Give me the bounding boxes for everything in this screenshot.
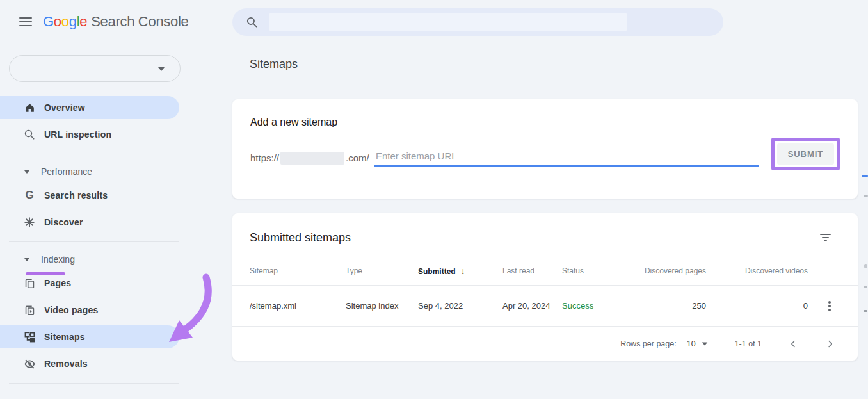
collapse-caret-icon (24, 258, 29, 261)
app-logo: Google Search Console (43, 13, 189, 30)
pagination-range: 1-1 of 1 (735, 339, 762, 348)
app-title: Search Console (91, 13, 188, 30)
page-header: Sitemaps (218, 44, 868, 85)
url-scheme-label: https:// (250, 152, 279, 163)
previous-page-icon[interactable] (787, 338, 799, 350)
chevron-down-icon (158, 67, 165, 71)
property-selector-dropdown[interactable] (9, 55, 181, 82)
asterisk-icon (23, 216, 36, 229)
submitted-sitemaps-card: Submitted sitemaps Sitemap Type Submitte… (232, 213, 858, 361)
sidebar-divider (9, 241, 179, 242)
table-row[interactable]: /sitemap.xml Sitemap index Sep 4, 2022 A… (232, 286, 858, 327)
column-header-last-read[interactable]: Last read (502, 266, 562, 275)
chevron-down-icon (702, 342, 707, 345)
screen-edge-artifact (862, 175, 868, 177)
screen-edge-artifact (864, 264, 867, 268)
cell-sitemap: /sitemap.xml (250, 301, 346, 311)
sidebar-divider (9, 383, 179, 384)
google-logo-letters: Google (43, 13, 87, 30)
eye-off-icon (23, 357, 36, 370)
pages-icon (23, 277, 36, 289)
rows-per-page-label: Rows per page: (620, 339, 677, 348)
sort-descending-icon: ↓ (461, 266, 465, 276)
url-domain-suffix-label: .com/ (346, 152, 372, 163)
column-header-submitted[interactable]: Submitted↓ (418, 266, 502, 276)
cell-submitted: Sep 4, 2022 (418, 301, 502, 311)
cell-discovered-videos: 0 (706, 301, 808, 311)
add-sitemap-title: Add a new sitemap (250, 117, 840, 128)
sidebar-item-search-results[interactable]: G Search results (0, 184, 179, 207)
sidebar-section-performance[interactable]: Performance (0, 162, 218, 181)
video-pages-icon (23, 304, 36, 316)
sidebar-item-url-inspection[interactable]: URL inspection (0, 123, 179, 146)
home-icon (23, 101, 36, 114)
hamburger-menu-icon[interactable] (19, 15, 32, 29)
sidebar-item-discover[interactable]: Discover (0, 211, 179, 234)
sitemap-tree-icon (23, 330, 36, 343)
submit-button[interactable]: SUBMIT (777, 143, 834, 165)
collapse-caret-icon (24, 170, 29, 174)
search-icon (246, 16, 258, 28)
submitted-sitemaps-title: Submitted sitemaps (250, 231, 351, 245)
annotation-box-submit: SUBMIT (771, 138, 840, 170)
sidebar-section-indexing[interactable]: Indexing (0, 250, 218, 269)
screen-edge-artifact (864, 286, 867, 288)
sitemap-url-field-wrap (374, 149, 759, 167)
screen-edge-artifact (864, 310, 867, 312)
table-header-row: Sitemap Type Submitted↓ Last read Status… (232, 256, 858, 286)
column-header-discovered-pages[interactable]: Discovered pages (629, 266, 706, 275)
add-sitemap-card: Add a new sitemap https:// .com/ SUBMIT (232, 99, 858, 199)
filter-icon[interactable] (817, 229, 833, 246)
sidebar-item-sitemaps[interactable]: Sitemaps (0, 325, 179, 348)
screen-edge-artifact (864, 195, 868, 197)
annotation-underline-indexing (26, 272, 65, 275)
cell-discovered-pages: 250 (629, 301, 706, 311)
topbar: Google Search Console (0, 0, 868, 44)
sidebar-item-overview[interactable]: Overview (0, 96, 179, 119)
cell-type: Sitemap index (346, 301, 418, 311)
next-page-icon[interactable] (824, 338, 836, 350)
table-pagination: Rows per page: 10 1-1 of 1 (232, 327, 858, 361)
column-header-status[interactable]: Status (562, 266, 629, 275)
main-content: Sitemaps Add a new sitemap https:// .com… (218, 44, 868, 399)
sidebar-nav: Overview URL inspection Performance G Se… (0, 96, 218, 384)
sitemap-url-input[interactable] (374, 149, 759, 165)
page-title: Sitemaps (250, 58, 298, 71)
column-header-type[interactable]: Type (346, 266, 418, 275)
search-query-redacted (269, 13, 627, 31)
sidebar: Overview URL inspection Performance G Se… (0, 44, 218, 399)
sidebar-item-removals[interactable]: Removals (0, 352, 179, 375)
status-badge: Success (562, 301, 629, 311)
column-header-sitemap[interactable]: Sitemap (250, 266, 346, 275)
sidebar-item-video-pages[interactable]: Video pages (0, 298, 179, 322)
domain-redacted (280, 152, 344, 165)
google-g-icon: G (23, 189, 36, 202)
sidebar-divider (9, 154, 179, 154)
rows-per-page-dropdown[interactable]: 10 (687, 339, 708, 348)
google-search-console-app: Google Search Console Overview (0, 0, 868, 399)
column-header-discovered-videos[interactable]: Discovered videos (706, 266, 808, 275)
magnifier-icon (23, 128, 36, 141)
cell-last-read: Apr 20, 2024 (502, 301, 562, 311)
row-overflow-menu-icon[interactable] (824, 297, 835, 315)
global-search-bar[interactable] (232, 8, 723, 36)
